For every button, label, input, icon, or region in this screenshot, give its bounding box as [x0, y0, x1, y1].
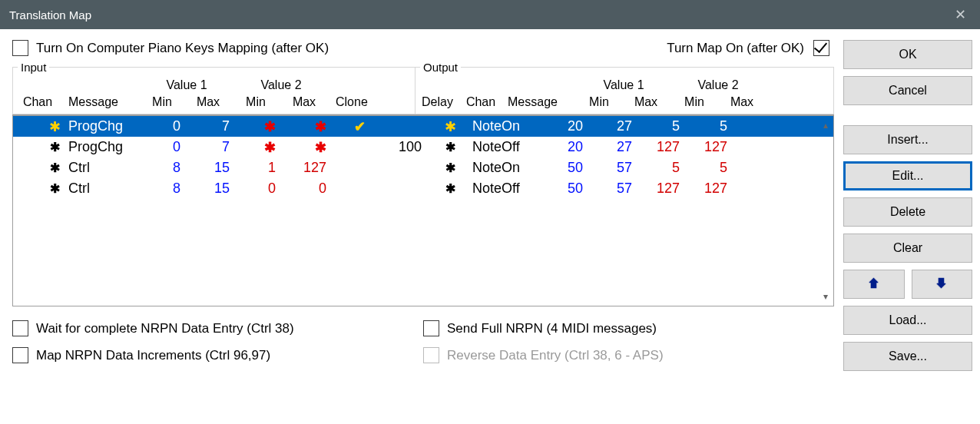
- in-v1max: 7: [188, 139, 237, 155]
- window-title: Translation Map: [9, 8, 91, 22]
- out-v1min: 20: [546, 139, 591, 155]
- output-legend: Output: [420, 61, 461, 74]
- out-v2min: 5: [640, 118, 687, 134]
- table-row[interactable]: ✱Ctrl8151127✱NoteOn505755: [13, 157, 833, 178]
- input-value1-group: Value 1: [141, 74, 233, 92]
- scroll-up-icon[interactable]: ▴: [819, 117, 833, 134]
- out-v1min: 50: [546, 160, 591, 176]
- map-nrpn-checkbox[interactable]: Map NRPN Data Increments (Ctrl 96,97): [12, 347, 423, 363]
- clear-button[interactable]: Clear: [843, 234, 972, 263]
- load-button[interactable]: Load...: [843, 306, 972, 335]
- in-message: ProgChg: [67, 139, 145, 155]
- out-v2min: 127: [640, 139, 687, 155]
- col-v2max: Max: [279, 92, 329, 114]
- scroll-down-icon[interactable]: ▾: [819, 288, 833, 305]
- arrow-up-icon: 🡅: [868, 277, 880, 291]
- output-value2-group: Value 2: [670, 74, 766, 92]
- out-v1min: 20: [546, 118, 591, 134]
- col-message: Message: [62, 92, 141, 114]
- insert-button[interactable]: Insert...: [843, 125, 972, 154]
- piano-keys-checkbox[interactable]: Turn On Computer Piano Keys Mapping (aft…: [12, 40, 329, 56]
- col-ov2min: Min: [670, 92, 718, 114]
- checkbox-icon: [12, 320, 28, 336]
- output-fieldset: Output Value 1 Value 2 Delay Chan Messag…: [415, 61, 834, 114]
- move-up-button[interactable]: 🡅: [843, 270, 905, 299]
- input-value2-group: Value 2: [233, 74, 329, 92]
- piano-keys-label: Turn On Computer Piano Keys Mapping (aft…: [36, 41, 329, 56]
- in-v1min: 8: [145, 181, 188, 197]
- cancel-button[interactable]: Cancel: [843, 76, 972, 105]
- translation-listbox[interactable]: ✱ProgChg07✱✱✔✱NoteOn202755✱ProgChg07✱✱10…: [12, 114, 834, 306]
- in-v1max: 7: [188, 118, 237, 134]
- out-v1max: 57: [591, 181, 640, 197]
- table-row[interactable]: ✱ProgChg07✱✱100✱NoteOff2027127127: [13, 137, 833, 157]
- send-full-nrpn-label: Send Full NRPN (4 MIDI messages): [447, 321, 657, 336]
- out-delay: 100: [385, 139, 429, 155]
- in-chan: ✱: [42, 161, 67, 175]
- in-v1max: 15: [188, 160, 237, 176]
- arrow-down-icon: 🡇: [935, 277, 948, 291]
- out-message: NoteOff: [471, 181, 546, 197]
- out-v1max: 27: [591, 118, 640, 134]
- in-v1min: 0: [145, 118, 188, 134]
- edit-button[interactable]: Edit...: [843, 161, 972, 190]
- input-legend: Input: [18, 61, 49, 74]
- col-v2min: Min: [233, 92, 279, 114]
- wait-nrpn-label: Wait for complete NRPN Data Entry (Ctrl …: [36, 321, 294, 336]
- wait-nrpn-checkbox[interactable]: Wait for complete NRPN Data Entry (Ctrl …: [12, 320, 423, 336]
- out-v2min: 5: [640, 160, 687, 176]
- table-row[interactable]: ✱ProgChg07✱✱✔✱NoteOn202755: [13, 116, 833, 137]
- col-v1min: Min: [141, 92, 184, 114]
- in-v2max: 127: [283, 160, 334, 176]
- checkbox-icon: [813, 40, 829, 56]
- close-icon[interactable]: ✕: [949, 4, 971, 25]
- out-v2max: 127: [687, 139, 735, 155]
- out-v2max: 5: [687, 118, 735, 134]
- out-chan: ✱: [429, 161, 471, 175]
- in-v2max: 0: [283, 181, 334, 197]
- col-message-out: Message: [502, 92, 577, 114]
- col-v1max: Max: [184, 92, 233, 114]
- checkbox-icon: [423, 347, 439, 363]
- in-v2min: 0: [237, 181, 283, 197]
- col-ov1min: Min: [577, 92, 621, 114]
- in-message: ProgChg: [67, 118, 145, 134]
- in-v1max: 15: [188, 181, 237, 197]
- out-chan: ✱: [429, 181, 471, 196]
- in-v1min: 8: [145, 160, 188, 176]
- out-v1max: 27: [591, 139, 640, 155]
- in-chan: ✱: [42, 118, 67, 135]
- table-row[interactable]: ✱Ctrl81500✱NoteOff5057127127: [13, 178, 833, 199]
- in-clone: ✔: [334, 118, 385, 135]
- in-v2max: ✱: [283, 118, 334, 135]
- in-chan: ✱: [42, 140, 67, 154]
- out-message: NoteOn: [471, 118, 546, 134]
- out-v1max: 57: [591, 160, 640, 176]
- col-ov2max: Max: [718, 92, 766, 114]
- in-v2min: ✱: [237, 118, 283, 135]
- ok-button[interactable]: OK: [843, 40, 972, 69]
- in-v2min: 1: [237, 160, 283, 176]
- out-v2max: 127: [687, 181, 735, 197]
- map-nrpn-label: Map NRPN Data Increments (Ctrl 96,97): [36, 348, 270, 363]
- turn-map-on-checkbox[interactable]: [813, 40, 829, 56]
- input-fieldset: Input Value 1 Value 2 Chan Message Min M…: [12, 61, 415, 114]
- reverse-data-entry-checkbox: Reverse Data Entry (Ctrl 38, 6 - APS): [423, 347, 834, 363]
- col-chan: Chan: [13, 92, 62, 114]
- col-delay: Delay: [416, 92, 460, 114]
- col-chan-out: Chan: [460, 92, 502, 114]
- in-message: Ctrl: [67, 181, 145, 197]
- in-message: Ctrl: [67, 160, 145, 176]
- col-clone: Clone: [329, 92, 380, 114]
- out-v1min: 50: [546, 181, 591, 197]
- checkbox-icon: [423, 320, 439, 336]
- save-button[interactable]: Save...: [843, 342, 972, 371]
- delete-button[interactable]: Delete: [843, 197, 972, 227]
- checkbox-icon: [12, 347, 28, 363]
- out-message: NoteOn: [471, 160, 546, 176]
- out-chan: ✱: [429, 140, 471, 154]
- move-down-button[interactable]: 🡇: [912, 270, 973, 299]
- scrollbar[interactable]: ▴ ▾: [819, 117, 833, 305]
- header-wrap: Input Value 1 Value 2 Chan Message Min M…: [12, 61, 834, 114]
- send-full-nrpn-checkbox[interactable]: Send Full NRPN (4 MIDI messages): [423, 320, 834, 336]
